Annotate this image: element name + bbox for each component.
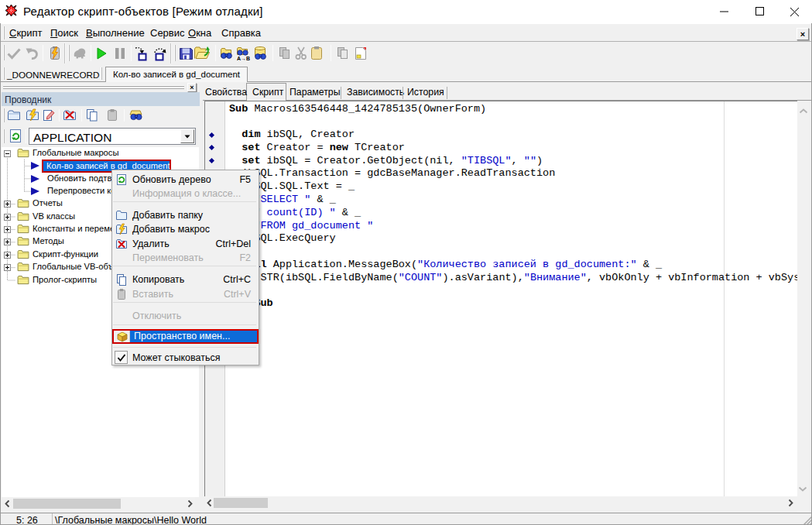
- svg-text:A→B: A→B: [237, 56, 250, 61]
